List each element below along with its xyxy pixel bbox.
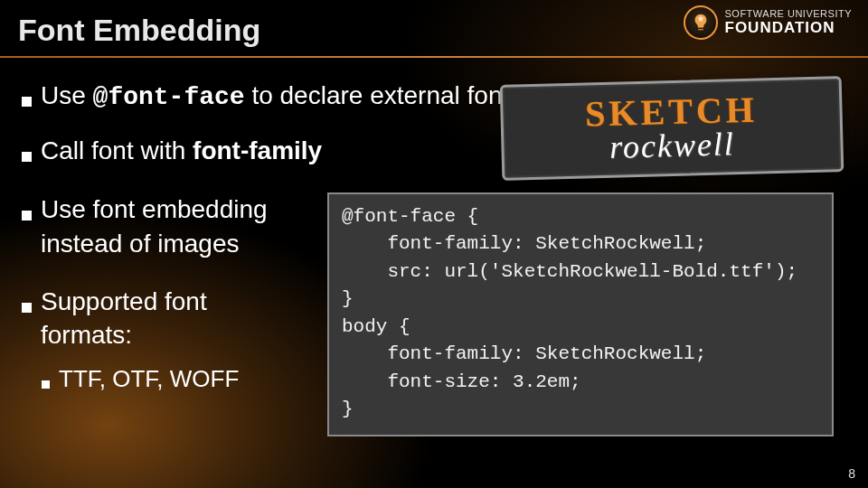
bullet-icon xyxy=(22,303,32,313)
bullet-icon xyxy=(42,380,50,389)
brand-line2: FOUNDATION xyxy=(725,20,853,36)
bullet-2-pre: Call font with xyxy=(41,136,193,164)
title-divider xyxy=(0,56,868,58)
bullet-3: Use font embedding instead of images xyxy=(22,192,311,261)
left-column: Use font embedding instead of images Sup… xyxy=(22,187,311,436)
bullet-4-sub: TTF, OTF, WOFF xyxy=(42,365,311,393)
bullet-4-l1: Supported font xyxy=(41,287,207,315)
bullet-icon xyxy=(22,152,32,162)
right-column: SKETCH rockwell @font-face { font-family… xyxy=(327,187,846,436)
slide-title: Font Embedding xyxy=(18,13,260,48)
bullet-icon xyxy=(22,211,32,221)
lightbulb-icon xyxy=(684,5,718,40)
content-area: Use @font-face to declare external fonts… xyxy=(22,76,846,470)
bullet-3-l2: instead of images xyxy=(41,230,239,258)
page-number: 8 xyxy=(848,466,855,481)
bullet-3-l1: Use font embedding xyxy=(41,195,268,223)
sketch-rockwell-graphic: SKETCH rockwell xyxy=(500,76,844,181)
bullet-4: Supported font formats: xyxy=(22,285,311,353)
brand-logo: SOFTWARE UNIVERSITY FOUNDATION xyxy=(684,5,853,40)
bullet-4-sub-text: TTF, OTF, WOFF xyxy=(59,365,239,393)
bullet-1-pre: Use xyxy=(41,81,93,109)
bullet-icon xyxy=(22,97,32,107)
slide: Font Embedding SOFTWARE UNIVERSITY FOUND… xyxy=(0,0,868,488)
code-sample: @font-face { font-family: SketchRockwell… xyxy=(327,192,834,436)
bullet-1-post: to declare external fonts xyxy=(245,81,523,109)
bullet-1-code: @font-face xyxy=(93,83,245,111)
bullet-2-bold: font-family xyxy=(193,136,322,164)
sketch-line2: rockwell xyxy=(609,127,736,164)
bullet-4-l2: formats: xyxy=(41,321,132,349)
brand-text: SOFTWARE UNIVERSITY FOUNDATION xyxy=(725,9,853,35)
